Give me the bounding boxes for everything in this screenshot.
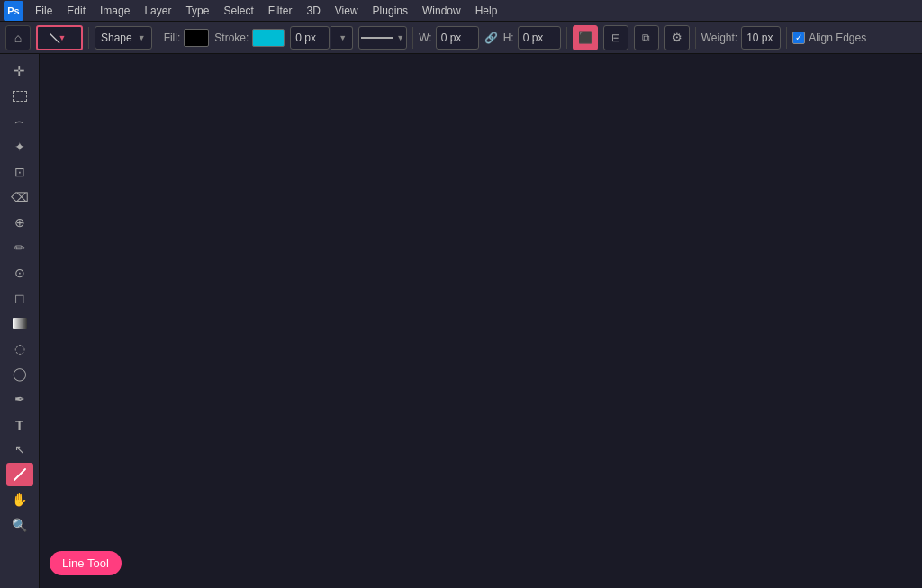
magic-wand-button[interactable]: ✦ (6, 135, 33, 158)
brush-icon: ✏ (14, 240, 25, 255)
stroke-label: Stroke: (214, 32, 249, 44)
menu-filter[interactable]: Filter (262, 3, 299, 19)
svg-line-0 (14, 469, 25, 480)
marquee-tool-button[interactable] (6, 85, 33, 108)
tool-indicator[interactable]: | ▼ (36, 25, 83, 50)
eraser-icon: ◻ (14, 291, 25, 305)
stroke-line-selector[interactable]: ▼ (358, 26, 407, 50)
stroke-line-preview (361, 37, 393, 39)
menu-select[interactable]: Select (217, 3, 259, 19)
text-icon: T (15, 417, 23, 432)
line-tool-icon (13, 467, 27, 482)
healing-brush-button[interactable]: ⊕ (6, 211, 33, 234)
blur-tool-button[interactable]: ◌ (6, 337, 33, 360)
align-center-button[interactable]: ⊟ (603, 25, 628, 50)
stroke-width-section: 0 px ▼ (290, 26, 353, 50)
shape-dropdown[interactable]: Shape ▼ (95, 26, 152, 50)
width-input[interactable]: 0 px (436, 26, 479, 50)
align-left-button[interactable]: ⬛ (573, 25, 598, 50)
chevron-down-icon: ▼ (396, 33, 404, 42)
marquee-icon (13, 91, 27, 102)
link-dimensions-icon[interactable]: 🔗 (484, 32, 498, 44)
zoom-icon: 🔍 (12, 518, 27, 532)
lasso-tool-button[interactable]: ⌢ (6, 110, 33, 133)
canvas-area[interactable] (40, 54, 922, 588)
gradient-tool-button[interactable] (6, 312, 33, 335)
menu-type[interactable]: Type (179, 3, 215, 19)
menu-image[interactable]: Image (94, 3, 136, 19)
magic-wand-icon: ✦ (14, 140, 25, 154)
blur-icon: ◌ (14, 341, 25, 356)
eyedropper-icon: ⌫ (11, 190, 29, 204)
menu-window[interactable]: Window (416, 3, 467, 19)
menu-plugins[interactable]: Plugins (366, 3, 414, 19)
hand-tool-button[interactable]: ✋ (6, 488, 33, 511)
eraser-tool-button[interactable]: ◻ (6, 286, 33, 310)
menu-help[interactable]: Help (469, 3, 504, 19)
chevron-down-icon: ▼ (138, 33, 146, 42)
chevron-down-icon: ▼ (339, 33, 347, 42)
dodge-tool-button[interactable]: ◯ (6, 362, 33, 385)
left-toolbar: ✛ ⌢ ✦ ⊡ ⌫ ⊕ ✏ ⊙ (0, 54, 40, 588)
weight-section: Weight: 10 px (701, 26, 781, 50)
pen-icon: ✒ (14, 392, 25, 406)
divider-5 (695, 27, 696, 49)
stroke-width-input[interactable]: 0 px (290, 26, 330, 50)
brush-tool-button[interactable]: ✏ (6, 236, 33, 259)
hand-icon: ✋ (12, 493, 27, 507)
crop-tool-button[interactable]: ⊡ (6, 160, 33, 184)
gradient-icon (13, 318, 27, 329)
home-button[interactable]: ⌂ (5, 25, 31, 50)
align-edges-label: Align Edges (809, 32, 866, 44)
crop-icon: ⊡ (14, 165, 25, 179)
line-tool-button[interactable] (6, 463, 33, 486)
clone-stamp-icon: ⊙ (14, 266, 25, 280)
layers-icon: ⧉ (642, 32, 650, 44)
stroke-type-dropdown[interactable]: ▼ (331, 26, 353, 50)
text-tool-button[interactable]: T (6, 412, 33, 436)
align-edges-checkbox[interactable] (792, 32, 805, 44)
clone-stamp-button[interactable]: ⊙ (6, 261, 33, 285)
height-input[interactable]: 0 px (518, 26, 561, 50)
fill-swatch[interactable] (184, 29, 209, 47)
weight-input[interactable]: 10 px (741, 26, 781, 50)
pen-tool-button[interactable]: ✒ (6, 387, 33, 411)
options-bar: ⌂ | ▼ Shape ▼ Fill: Stroke: 0 px ▼ ▼ W: (0, 22, 922, 54)
menu-layer[interactable]: Layer (138, 3, 177, 19)
divider-2 (158, 27, 158, 49)
align-center-icon: ⊟ (611, 32, 620, 44)
height-label: H: (503, 32, 514, 44)
fill-label: Fill: (164, 32, 181, 44)
divider-1 (88, 27, 89, 49)
selection-icon: ↖ (14, 442, 25, 457)
dodge-icon: ◯ (13, 366, 27, 381)
eyedropper-button[interactable]: ⌫ (6, 185, 33, 209)
main-area: ✛ ⌢ ✦ ⊡ ⌫ ⊕ ✏ ⊙ (0, 54, 922, 588)
move-tool-button[interactable]: ✛ (6, 59, 33, 83)
fill-section: Fill: (164, 29, 210, 47)
stroke-swatch[interactable] (252, 29, 285, 47)
home-icon: ⌂ (14, 31, 22, 45)
ps-logo: Ps (4, 1, 23, 21)
align-left-icon: ⬛ (578, 31, 592, 44)
menu-3d[interactable]: 3D (300, 3, 326, 19)
divider-6 (786, 27, 787, 49)
menu-view[interactable]: View (329, 3, 365, 19)
align-edges-section: Align Edges (792, 32, 866, 44)
zoom-tool-button[interactable]: 🔍 (6, 513, 33, 537)
menu-edit[interactable]: Edit (60, 3, 92, 19)
selection-tool-button[interactable]: ↖ (6, 438, 33, 461)
stroke-section: Stroke: (214, 29, 285, 47)
gear-icon: ⚙ (672, 31, 682, 44)
menubar: Ps File Edit Image Layer Type Select Fil… (0, 0, 922, 22)
width-label: W: (419, 32, 431, 44)
layers-button[interactable]: ⧉ (634, 25, 659, 50)
settings-button[interactable]: ⚙ (664, 25, 690, 50)
divider-4 (566, 27, 567, 49)
healing-icon: ⊕ (14, 215, 25, 230)
menu-file[interactable]: File (29, 3, 59, 19)
move-icon: ✛ (14, 63, 25, 79)
shape-dropdown-value: Shape (101, 32, 132, 44)
height-section: H: 0 px (503, 26, 561, 50)
lasso-icon: ⌢ (14, 113, 24, 130)
